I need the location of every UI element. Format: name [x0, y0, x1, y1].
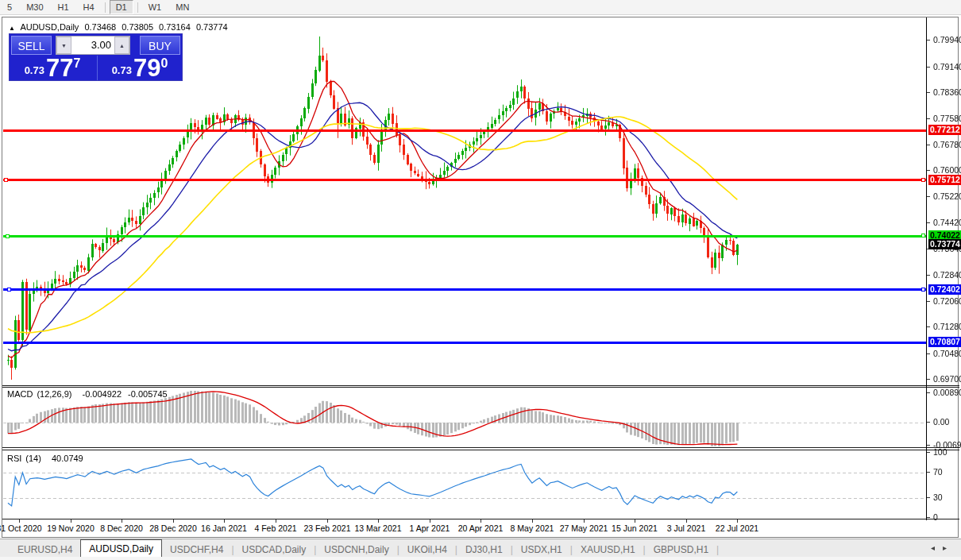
- chart-header: ▲ AUDUSD,Daily 0.73468 0.73805 0.73164 0…: [9, 22, 231, 32]
- tab-audusd-daily[interactable]: AUDUSD,Daily: [80, 539, 162, 558]
- date-axis-label: 22 Jul 2021: [716, 523, 758, 533]
- price-axis-tick: [927, 379, 930, 380]
- tab-separator: |: [716, 542, 719, 558]
- buy-price[interactable]: 0.73 79 0: [97, 56, 182, 80]
- axis-marker: [921, 178, 925, 182]
- buy-price-prefix: 0.73: [112, 64, 132, 76]
- date-axis-label: 28 Dec 2020: [149, 523, 197, 533]
- hline-resistance-1[interactable]: [3, 129, 926, 132]
- tab-eurusd-h4[interactable]: EURUSD,H4: [10, 542, 80, 558]
- bar-high: 0.73805: [122, 22, 153, 32]
- tab-usdx-h1[interactable]: USDX,H1: [513, 542, 570, 558]
- price-axis-label: 0.76780: [933, 140, 961, 149]
- tab-usdcnh-daily[interactable]: USDCNH,Daily: [316, 542, 396, 558]
- price-tag-0.70807: 0.70807: [928, 337, 961, 347]
- toolbar-separator: [137, 2, 138, 13]
- tab-gbpusd-h1[interactable]: GBPUSD,H1: [646, 542, 716, 558]
- hline-support-blue-1[interactable]: [3, 288, 926, 291]
- date-axis-tick: [276, 519, 276, 523]
- date-axis-label: 1 Apr 2021: [410, 523, 450, 533]
- axis-marker: [921, 234, 925, 238]
- hline-support-green[interactable]: [3, 235, 926, 238]
- sell-price-big: 77: [46, 57, 73, 79]
- macd-name: MACD(12,26,9): [7, 389, 75, 399]
- price-axis-label: 0.78360: [933, 87, 961, 97]
- date-axis-label: 23 Feb 2021: [304, 523, 351, 533]
- hline-support-blue-2[interactable]: [3, 342, 926, 344]
- price-axis-divider: [926, 17, 927, 520]
- rsi-axis-tick: [927, 517, 930, 518]
- volume-input[interactable]: 3.00: [71, 37, 114, 54]
- price-axis-label: 0.75220: [933, 191, 961, 201]
- rsi-axis-label: 100: [933, 447, 947, 457]
- sell-price[interactable]: 0.73 77 7: [10, 56, 95, 80]
- timeframe-button-5[interactable]: 5: [1, 0, 18, 14]
- date-axis-label: 20 Apr 2021: [458, 523, 504, 533]
- buy-button-label: BUY: [149, 40, 172, 52]
- hline-marker-support-blue-1[interactable]: [7, 288, 11, 292]
- tab-usdcad-daily[interactable]: USDCAD,Daily: [234, 542, 315, 558]
- tab-xauusd-h1[interactable]: XAUUSD,H1: [573, 542, 643, 558]
- tab-ukoil-h4[interactable]: UKOil,H4: [399, 542, 455, 558]
- date-axis-tick: [173, 519, 174, 523]
- sell-price-prefix: 0.73: [25, 64, 44, 76]
- tab-dj30-h1[interactable]: DJ30,H1: [457, 542, 511, 558]
- hline-resistance-2[interactable]: [3, 179, 926, 181]
- timeframe-button-d1[interactable]: D1: [110, 0, 133, 14]
- date-axis-tick: [737, 519, 738, 523]
- rsi-axis-tick: [927, 452, 930, 453]
- date-axis-tick: [480, 519, 481, 523]
- price-axis-label: 0.79140: [933, 62, 961, 71]
- toolbar-separator: [105, 2, 106, 13]
- rsi-name: RSI(14): [7, 454, 45, 463]
- volume-increase-button[interactable]: ▲: [114, 37, 129, 54]
- price-axis-label: 0.72840: [933, 270, 961, 280]
- price-axis-tick: [927, 145, 930, 145]
- pane-separator: [2, 450, 959, 450]
- price-axis-label: 0.70480: [933, 349, 961, 358]
- price-tag-0.75712: 0.75712: [928, 175, 961, 185]
- date-axis-label: 13 Mar 2021: [355, 523, 402, 533]
- bar-open: 0.73468: [84, 22, 116, 32]
- price-axis-label: 0.69700: [933, 374, 961, 384]
- timeframe-toolbar: 5M30H1H4D1W1MN: [0, 0, 961, 15]
- price-axis-label: 0.74420: [933, 218, 961, 227]
- tab-usdchf-h4[interactable]: USDCHF,H4: [162, 542, 231, 558]
- buy-price-sup: 0: [160, 56, 168, 71]
- buy-price-big: 79: [133, 57, 160, 79]
- timeframe-button-m30[interactable]: M30: [20, 0, 49, 14]
- rsi-axis-label: 0: [933, 512, 938, 522]
- timeframe-button-mn[interactable]: MN: [169, 0, 195, 14]
- price-axis-tick: [927, 40, 930, 41]
- buy-button[interactable]: BUY: [140, 36, 180, 55]
- trading-app: 5M30H1H4D1W1MN 0.799400.791400.783600.77…: [0, 0, 961, 560]
- timeframe-button-w1[interactable]: W1: [142, 0, 168, 14]
- date-axis-label: 16 Jan 2021: [201, 523, 247, 533]
- hline-marker-support-green[interactable]: [6, 234, 10, 238]
- date-axis-label: 8 Dec 2020: [100, 523, 143, 533]
- chart-canvas[interactable]: [3, 18, 926, 521]
- timeframe-button-h1[interactable]: H1: [52, 0, 75, 14]
- date-axis-tick: [635, 519, 635, 523]
- rsi-label: RSI(14) 40.0749: [7, 454, 87, 463]
- rsi-axis-label: 70: [933, 467, 943, 477]
- macd-label: MACD(12,26,9) -0.004922 -0.005745: [7, 389, 172, 399]
- hline-marker-resistance-2[interactable]: [4, 178, 8, 182]
- tab-scroll-arrows[interactable]: ◂▸: [931, 543, 955, 552]
- date-axis-tick: [532, 519, 533, 523]
- price-tag-0.73774: 0.73774: [928, 239, 961, 249]
- price-axis-label: 0.72060: [933, 296, 961, 306]
- collapse-triangle-icon[interactable]: ▲: [9, 25, 15, 32]
- rsi-axis-label: 30: [933, 492, 943, 502]
- sell-button[interactable]: SELL: [11, 36, 52, 55]
- date-axis-label: 3 Jul 2021: [667, 523, 705, 533]
- price-axis-tick: [927, 67, 930, 68]
- price-axis-tick: [927, 170, 930, 171]
- date-axis-tick: [327, 519, 328, 523]
- pane-separator: [2, 447, 959, 448]
- date-axis-tick: [19, 519, 20, 523]
- timeframe-button-h4[interactable]: H4: [77, 0, 101, 14]
- price-axis-tick: [927, 92, 930, 93]
- date-axis-tick: [122, 519, 122, 523]
- volume-decrease-button[interactable]: ▼: [56, 37, 71, 54]
